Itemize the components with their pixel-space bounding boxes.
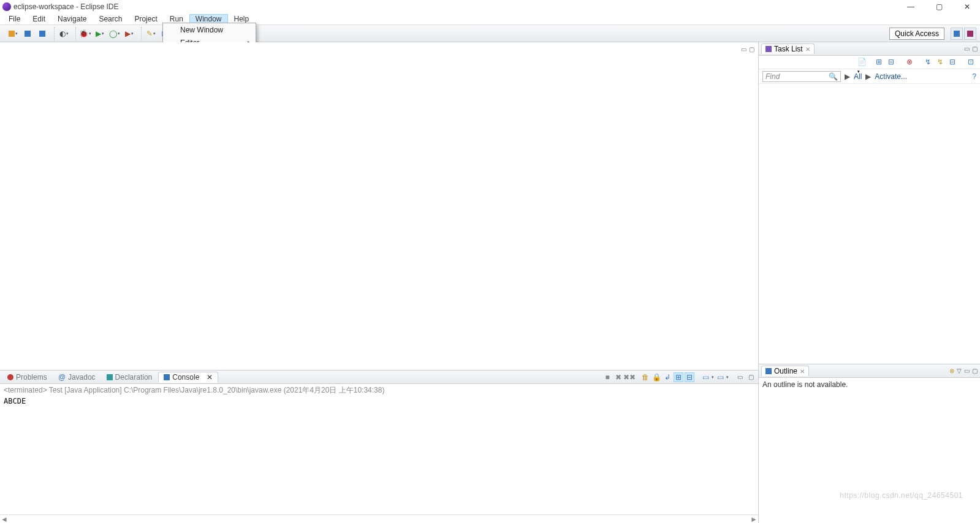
open-perspective-button[interactable] [951, 28, 963, 40]
view-minimize-icon[interactable]: ▭ [735, 372, 745, 382]
terminate-button[interactable]: ■ [602, 372, 612, 382]
remove-launch-button[interactable]: ✖ [613, 372, 623, 382]
tab-javadoc[interactable]: @Javadoc [53, 372, 101, 382]
menu-project[interactable]: Project [128, 14, 163, 24]
outline-header: Outline ✕ ⊗ ▽ ▭ ▢ [759, 364, 980, 378]
save-all-button[interactable] [36, 27, 49, 40]
workbench: ▭ ▢ Problems @Javadoc Declaration Consol… [0, 42, 980, 523]
console-output[interactable]: ABCDE [0, 397, 758, 514]
outline-body-text: An outline is not available. [759, 378, 980, 523]
task-list-toolbar: 📄▾ ⊞ ⊟ ⊗ ↯ ↯ ⊟ ⊡ [759, 56, 980, 69]
maximize-button[interactable]: ▢ [933, 2, 944, 11]
expand-icon[interactable]: ▶ [845, 72, 850, 81]
menu-edit[interactable]: Edit [26, 14, 51, 24]
scroll-lock-button[interactable]: 🔒 [651, 372, 661, 382]
new-button[interactable]: ▾ [6, 27, 20, 40]
view-maximize-icon[interactable]: ▢ [972, 367, 978, 374]
eclipse-icon [2, 2, 11, 11]
find-placeholder: Find [765, 72, 780, 81]
close-button[interactable]: ✕ [962, 2, 973, 11]
new-class-button[interactable]: ✎▾ [144, 27, 158, 40]
new-task-button[interactable]: 📄▾ [857, 58, 867, 67]
tab-declaration[interactable]: Declaration [102, 372, 158, 382]
menubar: File Edit Navigate Search Project Run Wi… [0, 13, 980, 25]
clear-console-button[interactable]: 🗑 [640, 372, 650, 382]
java-perspective-button[interactable] [964, 28, 976, 40]
menu-item-new-window[interactable]: New Window [163, 23, 256, 36]
task-find-row: Find 🔍 ▶ All ▶ Activate... ? [759, 69, 980, 84]
save-button[interactable] [21, 27, 34, 40]
menu-file[interactable]: File [2, 14, 26, 24]
perspective-switcher [951, 28, 976, 40]
coverage-button[interactable]: ◯▾ [108, 27, 121, 40]
editor-area: ▭ ▢ [0, 42, 758, 370]
help-icon[interactable]: ? [972, 72, 976, 81]
window-controls: — ▢ ✕ [905, 2, 978, 11]
word-wrap-button[interactable]: ↲ [663, 372, 672, 382]
console-toolbar: ■ ✖ ✖✖ 🗑 🔒 ↲ ⊞ ⊟ ▭▾ ▭▾ ▭ ▢ [602, 372, 756, 382]
main-toolbar: ▾ ◐▾ 🐞▾ ▶▾ ◯▾ ▶▾ ✎▾ ⊞▾ ⊡▾ ↶ ⇦▾ ⇨▾ Quick … [0, 25, 980, 42]
ext-tools-button[interactable]: ▶▾ [123, 27, 136, 40]
view-minimize-icon[interactable]: ▭ [964, 367, 970, 374]
task-list-icon [765, 46, 772, 52]
task-find-input[interactable]: Find 🔍 [762, 71, 841, 82]
scroll-left-icon[interactable]: ◄ [0, 515, 9, 524]
tab-console[interactable]: Console ✕ [158, 372, 218, 383]
main-area: ▭ ▢ Problems @Javadoc Declaration Consol… [0, 42, 758, 523]
editor-maximize-icon[interactable]: ▢ [749, 46, 754, 53]
skip-breakpoints-button[interactable]: ◐▾ [57, 27, 70, 40]
tab-outline[interactable]: Outline ✕ [761, 366, 809, 376]
view-menu-button[interactable]: ▽ [957, 367, 962, 374]
focus-button[interactable]: ⊗ [949, 367, 954, 374]
close-icon[interactable]: ✕ [207, 373, 213, 382]
console-status: <terminated> Test [Java Application] C:\… [0, 384, 758, 397]
remove-all-button[interactable]: ✖✖ [625, 372, 634, 382]
search-icon: 🔍 [829, 72, 838, 81]
scroll-right-icon[interactable]: ► [750, 515, 758, 524]
javadoc-icon: @ [58, 373, 66, 382]
minimize-button[interactable]: — [905, 2, 916, 11]
task-list-header: Task List ✕ ▭ ▢ [759, 42, 980, 56]
declaration-icon [107, 374, 113, 380]
all-link[interactable]: All [854, 72, 862, 81]
open-console-button[interactable]: ▭ [715, 372, 725, 382]
view-maximize-icon[interactable]: ▢ [972, 45, 978, 52]
view-minimize-icon[interactable]: ▭ [964, 45, 970, 52]
right-column: Task List ✕ ▭ ▢ 📄▾ ⊞ ⊟ ⊗ ↯ ↯ ⊟ ⊡ Find [758, 42, 980, 523]
editor-minimize-icon[interactable]: ▭ [741, 46, 746, 53]
pin-console-button[interactable]: ⊞ [674, 372, 683, 382]
activate-link[interactable]: Activate... [875, 72, 907, 81]
console-icon [164, 374, 170, 380]
sync-button[interactable]: ↯ [925, 58, 935, 67]
close-icon[interactable]: ✕ [805, 46, 810, 53]
display-selected-button[interactable]: ▭ [701, 372, 710, 382]
outline-icon [765, 368, 772, 374]
focus-task-button[interactable]: ⊗ [906, 58, 916, 67]
tab-task-list[interactable]: Task List ✕ [761, 43, 815, 54]
run-button[interactable]: ▶▾ [93, 27, 107, 40]
bottom-pane: Problems @Javadoc Declaration Console ✕ … [0, 370, 758, 523]
close-icon[interactable]: ✕ [800, 368, 805, 375]
collapse-all-button[interactable]: ⊟ [949, 58, 959, 67]
menu-search[interactable]: Search [93, 14, 128, 24]
view-maximize-icon[interactable]: ▢ [746, 372, 756, 382]
filter-scheduled-button[interactable]: ⊟ [888, 58, 898, 67]
window-title: eclipse-workspace - Eclipse IDE [13, 2, 118, 11]
expand-icon[interactable]: ▶ [865, 72, 871, 81]
menu-navigate[interactable]: Navigate [51, 14, 93, 24]
sync-changed-button[interactable]: ↯ [937, 58, 947, 67]
task-list-body [759, 84, 980, 364]
categorize-button[interactable]: ⊞ [876, 58, 886, 67]
horizontal-scrollbar[interactable]: ◄ ► [0, 514, 758, 523]
quick-access[interactable]: Quick Access [889, 28, 944, 40]
problems-icon [7, 374, 13, 380]
watermark: https://blog.csdn.net/qq_24654501 [840, 491, 963, 500]
bottom-tabs: Problems @Javadoc Declaration Console ✕ … [0, 371, 758, 384]
view-menu-button[interactable]: ⊡ [968, 58, 978, 67]
debug-button[interactable]: 🐞▾ [78, 27, 92, 40]
tab-problems[interactable]: Problems [2, 372, 52, 382]
titlebar: eclipse-workspace - Eclipse IDE — ▢ ✕ [0, 0, 980, 13]
show-console-button[interactable]: ⊟ [685, 372, 694, 382]
